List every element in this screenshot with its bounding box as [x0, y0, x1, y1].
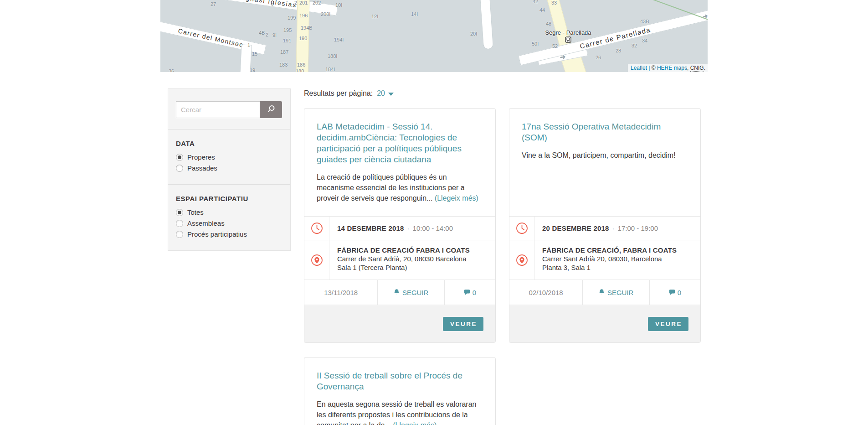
map-house-numbers-layer: 2736191514B29I2201202199196195194B191190…: [160, 0, 708, 72]
map-attribution: Leaflet | © HERE maps, CNIG.: [628, 64, 708, 72]
map-house-number: 32: [632, 43, 637, 48]
radio-button-checked-icon[interactable]: [176, 209, 183, 216]
map-house-number: 191: [283, 38, 291, 43]
location-content: FÀBRICA DE CREACIÓ FABRA I COATS Carrer …: [329, 240, 474, 280]
map[interactable]: Carrer d'Ignasi Iglesias Carrer del Mont…: [160, 0, 708, 72]
dot-separator: ·: [612, 224, 615, 232]
radio-button-icon[interactable]: [176, 231, 183, 238]
location-row: FÀBRICA DE CREACIÓ, FABRA I COATS Carrer…: [509, 240, 700, 280]
radio-passades[interactable]: Passades: [176, 164, 282, 172]
map-house-number: 186: [297, 62, 305, 67]
map-house-number: 194B: [301, 25, 313, 31]
filters-sidebar: DATA Properes Passades ESPAI PARTICIPATI…: [168, 88, 291, 251]
map-house-number: 199: [288, 15, 296, 21]
map-house-number: 202: [313, 0, 321, 5]
published-date: 13/11/2018: [304, 280, 378, 305]
date-row: 20 DESEMBRE 2018 · 17:00 - 19:00: [509, 216, 700, 240]
comments-link[interactable]: 0: [650, 280, 700, 305]
radio-assembleas[interactable]: Assembleas: [176, 219, 282, 227]
veure-button[interactable]: VEURE: [443, 317, 483, 331]
radio-button-checked-icon[interactable]: [176, 154, 183, 161]
map-house-number: 9I: [272, 32, 277, 38]
card-body: LAB Metadecidim - Sessió 14. decidim.amb…: [304, 109, 495, 216]
description-text: Vine a la SOM, participem, compartim, de…: [522, 151, 676, 159]
map-house-number: 180: [296, 68, 304, 72]
map-house-number: 10I: [335, 2, 342, 8]
follow-button[interactable]: SEGUIR: [378, 280, 445, 305]
chevron-down-icon: [388, 93, 394, 96]
location-content: FÀBRICA DE CREACIÓ, FABRA I COATS Carrer…: [534, 240, 681, 280]
map-house-number: 19: [250, 67, 255, 72]
leaflet-link[interactable]: Leaflet: [631, 65, 647, 71]
comment-icon: [669, 289, 675, 296]
map-pin-icon: [304, 240, 329, 280]
map-house-number: 183: [279, 62, 288, 67]
results-per-page-label: Resultats per pàgina:: [304, 89, 373, 98]
map-house-number: 12I: [371, 14, 378, 19]
cnig-link[interactable]: CNIG: [690, 65, 704, 72]
clock-icon: [509, 217, 534, 240]
comments-link[interactable]: 0: [445, 280, 495, 305]
date-content: 14 DESEMBRE 2018 · 10:00 - 14:00: [329, 217, 453, 240]
filter-section-data: DATA Properes Passades: [168, 129, 290, 184]
search-button[interactable]: [260, 101, 282, 118]
search-input[interactable]: [176, 101, 260, 118]
map-house-number: 34: [642, 38, 647, 43]
here-maps-link[interactable]: HERE maps: [657, 65, 687, 71]
radio-proces-participatius[interactable]: Procés participatius: [176, 230, 282, 238]
location-row: FÀBRICA DE CREACIÓ FABRA I COATS Carrer …: [304, 240, 495, 280]
radio-button-icon[interactable]: [176, 220, 183, 227]
meeting-card: 17na Sessió Operativa Metadecidim (SOM) …: [509, 108, 701, 343]
map-house-number: 20I: [470, 31, 477, 36]
map-house-number: 50I: [532, 41, 539, 47]
meeting-title-link[interactable]: II Sessió de treball sobre el Procés de …: [317, 370, 483, 392]
radio-totes[interactable]: Totes: [176, 208, 282, 216]
map-house-number: 196: [299, 13, 308, 18]
map-house-number: 4B: [259, 30, 265, 36]
meeting-description: En aquesta segona sessió de treball es v…: [317, 399, 483, 425]
radio-button-icon[interactable]: [176, 165, 183, 172]
meeting-title-link[interactable]: LAB Metadecidim - Sessió 14. decidim.amb…: [317, 121, 483, 165]
map-house-number: 15: [252, 51, 257, 57]
map-house-number: 28: [616, 48, 621, 53]
follow-label: SEGUIR: [607, 289, 634, 296]
map-house-number: 188I: [328, 53, 337, 59]
date-row: 14 DESEMBRE 2018 · 10:00 - 14:00: [304, 216, 495, 240]
map-house-number: 201: [299, 0, 308, 5]
clock-icon: [304, 217, 329, 240]
results-per-page-value[interactable]: 20: [377, 89, 385, 98]
card-actions: VEURE: [304, 305, 495, 342]
map-house-number: 187: [280, 49, 288, 55]
map-house-number: 184I: [325, 67, 335, 72]
map-house-number: 42: [533, 0, 538, 4]
bell-icon: [599, 289, 605, 296]
read-more-link[interactable]: (Llegeix més): [435, 194, 478, 202]
meeting-date: 20 DESEMBRE 2018: [542, 224, 609, 232]
location-room: Sala 1 (Tercera Planta): [337, 263, 470, 272]
map-house-number: 44: [539, 7, 545, 13]
map-house-number: 2: [294, 0, 297, 5]
transit-station: Segre - Parellada: [541, 29, 596, 45]
follow-label: SEGUIR: [402, 289, 429, 296]
meeting-date: 14 DESEMBRE 2018: [337, 224, 404, 232]
attribution-comma: ,: [687, 65, 690, 71]
comments-count: 0: [678, 289, 681, 296]
meeting-description: La creació de polítiques públiques és un…: [317, 172, 483, 203]
dot-separator: ·: [407, 224, 410, 232]
tram-stop-icon: [541, 36, 596, 45]
read-more-link[interactable]: (Llegeix més): [393, 421, 437, 425]
radio-properes[interactable]: Properes: [176, 153, 282, 161]
veure-button[interactable]: VEURE: [648, 317, 688, 331]
map-house-number: 200I: [321, 11, 330, 17]
card-footer: 13/11/2018 SEGUIR 0: [304, 280, 495, 305]
meeting-title-link[interactable]: 17na Sessió Operativa Metadecidim (SOM): [522, 121, 688, 143]
card-body: II Sessió de treball sobre el Procés de …: [304, 358, 495, 425]
map-house-number: 195: [283, 27, 292, 33]
follow-button[interactable]: SEGUIR: [583, 280, 650, 305]
comment-icon: [464, 289, 470, 296]
map-pin-icon: [509, 240, 534, 280]
station-label: Segre - Parellada: [541, 29, 596, 36]
results-per-page-select[interactable]: 20: [377, 89, 394, 98]
meeting-time: 10:00 - 14:00: [413, 224, 453, 232]
location-address: Carrer de Sant Adrià, 20, 08030 Barcelon…: [337, 254, 470, 263]
